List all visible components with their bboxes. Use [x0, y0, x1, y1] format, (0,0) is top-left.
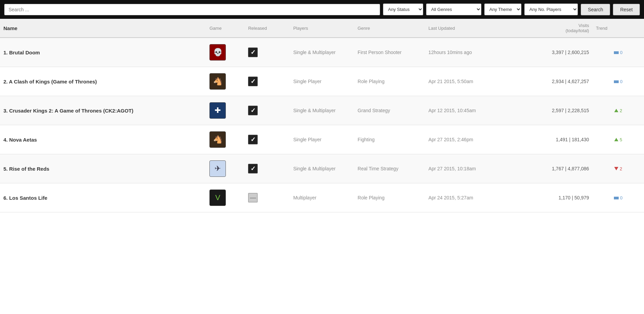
genre-cell: Role Playing	[354, 183, 425, 212]
mod-name: 6. Los Santos Life	[3, 195, 47, 201]
released-cell: ✓	[245, 67, 290, 96]
mod-name-cell: 5. Rise of the Reds	[0, 154, 206, 183]
col-header-trend: Trend	[592, 19, 644, 38]
updated-cell: 12hours 10mins ago	[425, 38, 509, 67]
visits-cell: 2,597 | 2,228,515	[509, 96, 593, 125]
players-select[interactable]: Any No. Players Single Player Multiplaye…	[524, 3, 578, 15]
trend-value: 0	[620, 195, 622, 200]
table-row: 1. Brutal Doom💀✓Single & MultiplayerFirs…	[0, 38, 644, 67]
genre-cell: First Person Shooter	[354, 38, 425, 67]
updated-cell: Apr 12 2015, 10:45am	[425, 96, 509, 125]
updated-cell: Apr 27 2015, 2:46pm	[425, 125, 509, 154]
col-header-visits: Visits (today/total)	[509, 19, 593, 38]
players-cell: Single Player	[290, 67, 354, 96]
trend-indicator: 0	[614, 50, 622, 55]
col-header-genre: Genre	[354, 19, 425, 38]
trend-value: 0	[620, 79, 622, 84]
reset-button[interactable]: Reset	[613, 4, 640, 15]
status-select[interactable]: Any Status Released Unreleased Early Acc…	[383, 3, 423, 15]
trend-cell: 0	[592, 183, 644, 212]
trend-cell: 5	[592, 125, 644, 154]
visits-cell: 1,170 | 50,979	[509, 183, 593, 212]
mod-name: 5. Rise of the Reds	[3, 166, 49, 172]
table-row: 3. Crusader Kings 2: A Game of Thrones (…	[0, 96, 644, 125]
table-row: 6. Los Santos LifeV—MultiplayerRole Play…	[0, 183, 644, 212]
game-icon-cell: V	[206, 183, 245, 212]
trend-neutral-icon	[614, 51, 619, 54]
table-row: 5. Rise of the Reds✈✓Single & Multiplaye…	[0, 154, 644, 183]
results-table: Name Game Released Players Genre Last Up…	[0, 19, 644, 212]
updated-cell: Apr 21 2015, 5:50am	[425, 67, 509, 96]
genre-cell: Grand Strategy	[354, 96, 425, 125]
trend-up-icon	[614, 109, 618, 112]
search-button[interactable]: Search	[581, 4, 610, 15]
trend-cell: 2	[592, 96, 644, 125]
game-icon: 💀	[209, 44, 226, 61]
col-header-game: Game	[206, 19, 245, 38]
mod-name-cell: 6. Los Santos Life	[0, 183, 206, 212]
released-checkbox: ✓	[248, 164, 258, 173]
mod-name-cell: 1. Brutal Doom	[0, 38, 206, 67]
released-cell: ✓	[245, 154, 290, 183]
game-icon: 🐴	[209, 131, 226, 148]
visits-cell: 2,934 | 4,627,257	[509, 67, 593, 96]
game-icon-cell: 🐴	[206, 67, 245, 96]
game-icon-cell: 💀	[206, 38, 245, 67]
mod-name: 4. Nova Aetas	[3, 137, 37, 143]
genre-cell: Real Time Strategy	[354, 154, 425, 183]
trend-indicator: 2	[614, 108, 622, 113]
toolbar: Any Status Released Unreleased Early Acc…	[0, 0, 644, 19]
released-checkbox: ✓	[248, 48, 258, 57]
game-icon: V	[209, 189, 226, 206]
released-cell: ✓	[245, 38, 290, 67]
genre-cell: Fighting	[354, 125, 425, 154]
trend-cell: 0	[592, 67, 644, 96]
released-checkbox: ✓	[248, 106, 258, 115]
trend-neutral-icon	[614, 197, 619, 199]
released-checkbox: ✓	[248, 77, 258, 86]
trend-indicator: 0	[614, 79, 622, 84]
mod-name: 1. Brutal Doom	[3, 50, 40, 55]
visits-cell: 1,491 | 181,430	[509, 125, 593, 154]
trend-indicator: 5	[614, 137, 622, 142]
trend-value: 5	[620, 137, 622, 142]
col-header-updated: Last Updated	[425, 19, 509, 38]
updated-cell: Apr 27 2015, 10:18am	[425, 154, 509, 183]
trend-cell: 0	[592, 38, 644, 67]
search-input[interactable]	[4, 4, 380, 15]
updated-cell: Apr 24 2015, 5:27am	[425, 183, 509, 212]
col-header-released: Released	[245, 19, 290, 38]
released-cell: ✓	[245, 96, 290, 125]
mod-name: 2. A Clash of Kings (Game of Thrones)	[3, 79, 97, 84]
mod-name-cell: 4. Nova Aetas	[0, 125, 206, 154]
game-icon: ✚	[209, 102, 226, 119]
table-row: 2. A Clash of Kings (Game of Thrones)🐴✓S…	[0, 67, 644, 96]
genres-select[interactable]: All Genres First Person Shooter Role Pla…	[426, 3, 481, 15]
genre-cell: Role Playing	[354, 67, 425, 96]
game-icon-cell: ✈	[206, 154, 245, 183]
mod-name-cell: 2. A Clash of Kings (Game of Thrones)	[0, 67, 206, 96]
trend-up-icon	[614, 138, 618, 141]
theme-select[interactable]: Any Theme Fantasy Sci-Fi Historical Mode…	[484, 3, 521, 15]
players-cell: Multiplayer	[290, 183, 354, 212]
released-cell: ✓	[245, 125, 290, 154]
trend-value: 0	[620, 50, 622, 55]
visits-cell: 3,397 | 2,600,215	[509, 38, 593, 67]
trend-value: 2	[620, 108, 622, 113]
game-icon: 🐴	[209, 73, 226, 90]
table-row: 4. Nova Aetas🐴✓Single PlayerFightingApr …	[0, 125, 644, 154]
trend-value: 2	[620, 166, 622, 171]
game-icon: ✈	[209, 160, 226, 177]
trend-neutral-icon	[614, 80, 619, 83]
trend-cell: 2	[592, 154, 644, 183]
released-checkbox: ✓	[248, 135, 258, 144]
players-cell: Single Player	[290, 125, 354, 154]
table-body: 1. Brutal Doom💀✓Single & MultiplayerFirs…	[0, 38, 644, 212]
col-header-players: Players	[290, 19, 354, 38]
players-cell: Single & Multiplayer	[290, 154, 354, 183]
table-header-row: Name Game Released Players Genre Last Up…	[0, 19, 644, 38]
trend-indicator: 0	[614, 195, 622, 200]
trend-indicator: 2	[614, 166, 622, 171]
trend-down-icon	[614, 167, 618, 170]
visits-cell: 1,767 | 4,877,086	[509, 154, 593, 183]
